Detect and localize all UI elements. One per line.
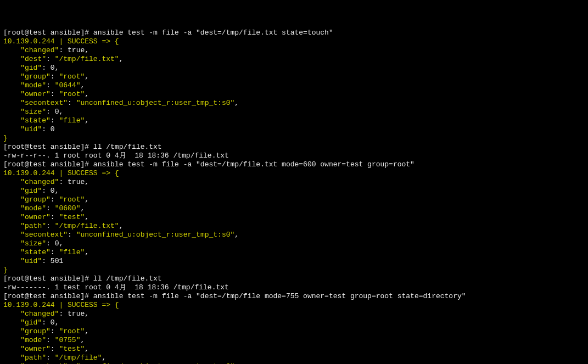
terminal-line: "path": "/tmp/file", [3, 354, 585, 362]
terminal-line: "mode": "0644", [3, 81, 585, 90]
terminal-line: 10.139.0.244 | SUCCESS => { [3, 37, 585, 46]
json-value: 0 [51, 187, 55, 195]
terminal-line: "changed": true, [3, 46, 585, 55]
json-value: "root" [59, 72, 85, 81]
json-value: "root" [59, 90, 85, 98]
json-value: "0600" [55, 204, 81, 212]
json-value: 0 [51, 318, 55, 327]
json-key: "size" [3, 108, 46, 116]
ansible-output: 10.139.0.244 | SUCCESS => { [3, 169, 119, 177]
json-value: true [68, 310, 85, 318]
terminal-line: "owner": "test", [3, 213, 585, 222]
shell-command[interactable]: ansible test -m file -a "dest=/tmp/file … [93, 292, 466, 300]
json-value: "/tmp/file" [55, 354, 102, 362]
json-key: "state" [3, 116, 51, 125]
json-value: 0 [51, 64, 55, 72]
shell-command[interactable]: ansible test -m file -a "dest=/tmp/file.… [93, 29, 333, 37]
json-value: true [68, 46, 85, 54]
json-value: true [68, 178, 85, 186]
json-key: "group" [3, 72, 51, 81]
json-value: "root" [59, 327, 85, 335]
json-value: "0644" [55, 81, 81, 89]
terminal-line: "mode": "0600", [3, 204, 585, 213]
shell-prompt: [root@test ansible]# [3, 29, 93, 37]
terminal-line: "changed": true, [3, 310, 585, 318]
terminal-line: "changed": true, [3, 178, 585, 187]
terminal-line: 10.139.0.244 | SUCCESS => { [3, 301, 585, 310]
json-key: "dest" [3, 55, 46, 63]
terminal-line: "mode": "0755", [3, 336, 585, 345]
ansible-output: 10.139.0.244 | SUCCESS => { [3, 301, 119, 309]
terminal-line: "group": "root", [3, 195, 585, 204]
json-key: "gid" [3, 318, 42, 327]
terminal-line: "size": 0, [3, 239, 585, 248]
terminal-line: [root@test ansible]# ansible test -m fil… [3, 29, 585, 37]
json-key: "gid" [3, 64, 42, 72]
json-key: "group" [3, 195, 51, 204]
terminal-line: } [3, 134, 585, 143]
json-key: "gid" [3, 187, 42, 195]
terminal-line: [root@test ansible]# ansible test -m fil… [3, 160, 585, 169]
json-key: "mode" [3, 81, 46, 89]
json-key: "path" [3, 354, 46, 362]
json-key: "group" [3, 327, 51, 335]
json-value: "/tmp/file.txt" [55, 222, 119, 230]
json-key: "owner" [3, 345, 51, 353]
shell-command[interactable]: ansible test -m file -a "dest=/tmp/file.… [93, 160, 415, 169]
terminal-line: "group": "root", [3, 72, 585, 81]
terminal-line: "owner": "test", [3, 345, 585, 354]
terminal-line: } [3, 266, 585, 275]
terminal-line: "uid": 501 [3, 257, 585, 266]
json-key: "changed" [3, 178, 59, 186]
json-value: "/tmp/file.txt" [55, 55, 119, 63]
shell-prompt: [root@test ansible]# [3, 292, 93, 300]
json-key: "size" [3, 239, 46, 248]
shell-prompt: [root@test ansible]# [3, 275, 93, 283]
terminal-line: "uid": 0 [3, 125, 585, 134]
json-key: "owner" [3, 90, 51, 98]
json-value: "root" [59, 195, 85, 204]
terminal-line: "group": "root", [3, 327, 585, 336]
shell-prompt: [root@test ansible]# [3, 160, 93, 169]
terminal-line: [root@test ansible]# ll /tmp/file.txt [3, 275, 585, 283]
json-value: "file" [59, 116, 85, 125]
terminal-output[interactable]: [root@test ansible]# ansible test -m fil… [3, 29, 585, 364]
json-key: "mode" [3, 336, 46, 344]
terminal-line: "secontext": "unconfined_u:object_r:user… [3, 231, 585, 239]
json-key: "secontext" [3, 231, 68, 239]
terminal-line: [root@test ansible]# ansible test -m fil… [3, 292, 585, 301]
json-key: "uid" [3, 125, 42, 133]
json-key: "path" [3, 222, 46, 230]
json-key: "owner" [3, 213, 51, 221]
shell-command[interactable]: ll /tmp/file.txt [93, 275, 162, 283]
json-key: "mode" [3, 204, 46, 212]
terminal-line: "state": "file", [3, 248, 585, 257]
shell-prompt: [root@test ansible]# [3, 143, 93, 151]
terminal-line: [root@test ansible]# ll /tmp/file.txt [3, 143, 585, 152]
json-value: "unconfined_u:object_r:user_tmp_t:s0" [76, 231, 235, 239]
json-value: "unconfined_u:object_r:user_tmp_t:s0" [76, 99, 235, 107]
terminal-line: "dest": "/tmp/file.txt", [3, 55, 585, 64]
terminal-line: "secontext": "unconfined_u:object_r:user… [3, 99, 585, 108]
ansible-output: 10.139.0.244 | SUCCESS => { [3, 37, 119, 46]
terminal-line: "gid": 0, [3, 318, 585, 327]
json-key: "changed" [3, 310, 59, 318]
terminal-line: "owner": "root", [3, 90, 585, 99]
terminal-line: -rw-r--r--. 1 root root 0 4月 18 18:36 /t… [3, 152, 585, 160]
shell-command[interactable]: ll /tmp/file.txt [93, 143, 162, 151]
json-value: "test" [59, 213, 85, 221]
terminal-line: "gid": 0, [3, 187, 585, 195]
terminal-line: "path": "/tmp/file.txt", [3, 222, 585, 231]
terminal-line: "size": 0, [3, 108, 585, 116]
terminal-line: "state": "file", [3, 116, 585, 125]
terminal-line: -rw-------. 1 test root 0 4月 18 18:36 /t… [3, 283, 585, 292]
ansible-output: } [3, 134, 8, 142]
json-value: 0 [51, 125, 55, 133]
ansible-output: } [3, 266, 8, 274]
json-key: "uid" [3, 257, 42, 265]
json-value: "test" [59, 345, 85, 353]
json-key: "changed" [3, 46, 59, 54]
json-key: "secontext" [3, 99, 68, 107]
terminal-line: 10.139.0.244 | SUCCESS => { [3, 169, 585, 178]
json-key: "state" [3, 248, 51, 256]
